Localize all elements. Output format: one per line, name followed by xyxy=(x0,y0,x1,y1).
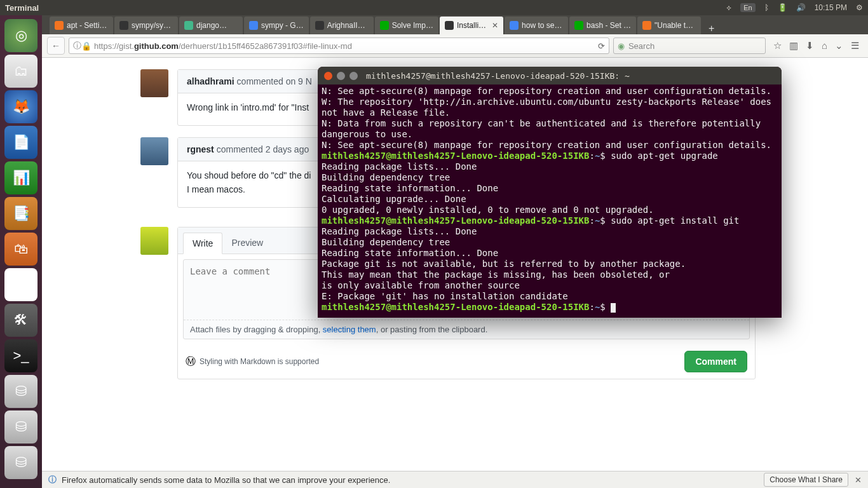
close-icon[interactable]: ✕ xyxy=(855,475,862,485)
library-icon[interactable]: ▥ xyxy=(789,40,798,51)
avatar[interactable] xyxy=(140,227,168,255)
choose-share-button[interactable]: Choose What I Share xyxy=(764,473,848,487)
toolbar-icons: ☆ ▥ ⬇ ⌂ ⌄ ☰ xyxy=(770,40,863,51)
calc-app[interactable]: 📊 xyxy=(4,161,37,194)
bookmark-star-icon[interactable]: ☆ xyxy=(773,40,782,51)
terminal-line: N: Data from such a repository can't be … xyxy=(322,118,778,140)
url-scheme: https://gist. xyxy=(94,41,134,51)
terminal-body[interactable]: N: See apt-secure(8) manpage for reposit… xyxy=(318,85,782,318)
avatar[interactable] xyxy=(140,137,168,165)
menu-icon[interactable]: ☰ xyxy=(851,40,859,51)
url-host: github.com xyxy=(134,41,179,51)
terminal-line: mithlesh4257@mithlesh4257-Lenovo-ideapad… xyxy=(322,215,778,226)
downloads-icon[interactable]: ⬇ xyxy=(806,40,814,51)
gear-icon[interactable]: ⚙ xyxy=(856,3,863,12)
disk2[interactable]: ⛁ xyxy=(4,410,37,444)
browser-tab[interactable]: Solve Imp… xyxy=(375,17,438,34)
tab-label: Installi… xyxy=(457,21,486,30)
window-minimize-icon[interactable] xyxy=(337,72,345,80)
terminal-titlebar[interactable]: mithlesh4257@mithlesh4257-Lenovo-ideapad… xyxy=(318,67,782,85)
comment-meta: commented on 9 N xyxy=(237,76,312,86)
browser-tab[interactable]: django… xyxy=(179,17,243,34)
tab-label: Solve Imp… xyxy=(392,21,433,30)
url-bar[interactable]: ⓘ 🔒 https://gist.github.com/derhuerst/1b… xyxy=(69,37,609,54)
home-icon[interactable]: ⌂ xyxy=(822,40,827,51)
new-tab-button[interactable]: + xyxy=(702,23,721,34)
writer-app[interactable]: 📄 xyxy=(4,126,37,159)
files-app[interactable]: 🗂 xyxy=(4,55,37,88)
terminal-line: N: See apt-secure(8) manpage for reposit… xyxy=(322,140,778,151)
battery-icon[interactable]: 🔋 xyxy=(778,3,787,12)
terminal-line: mithlesh4257@mithlesh4257-Lenovo-ideapad… xyxy=(322,302,778,313)
favicon xyxy=(119,21,128,30)
tab-label: "Unable t… xyxy=(654,21,693,30)
back-button[interactable]: ← xyxy=(47,37,65,55)
browser-tab[interactable]: bash - Set … xyxy=(569,17,636,34)
comment-button[interactable]: Comment xyxy=(684,351,747,372)
favicon xyxy=(249,21,258,30)
tab-label: sympy/sy… xyxy=(132,21,171,30)
tab-close-icon[interactable]: ✕ xyxy=(492,21,498,30)
terminal-line: 0 upgraded, 0 newly installed, 0 to remo… xyxy=(322,205,778,215)
browser-tab[interactable]: ArighnaII… xyxy=(310,17,374,34)
unity-launcher: ◎🗂🦊📄📊📑🛍a🛠>_⛁⛁⛁ xyxy=(0,15,42,488)
compose-footer: Ⓜ Styling with Markdown is supported Com… xyxy=(178,344,755,379)
browser-tab[interactable]: "Unable t… xyxy=(637,17,701,34)
favicon xyxy=(574,21,583,30)
favicon xyxy=(380,21,389,30)
settings-app[interactable]: 🛠 xyxy=(4,304,37,337)
disk1[interactable]: ⛁ xyxy=(4,375,37,408)
terminal-app[interactable]: >_ xyxy=(4,339,37,372)
pocket-icon[interactable]: ⌄ xyxy=(835,40,843,51)
bluetooth-icon[interactable]: ᛒ xyxy=(764,3,769,12)
browser-tab[interactable]: sympy/sy… xyxy=(114,17,178,34)
browser-tab[interactable]: sympy - G… xyxy=(244,17,309,34)
reload-icon[interactable]: ⟳ xyxy=(598,41,605,51)
terminal-line: Reading state information... Done xyxy=(322,248,778,259)
comment-author[interactable]: rgnest xyxy=(187,144,214,154)
window-maximize-icon[interactable] xyxy=(349,72,358,80)
terminal-line: Calculating upgrade... Done xyxy=(322,194,778,205)
favicon xyxy=(445,21,454,30)
firefox-chrome: apt - Setti…sympy/sy…django…sympy - G…Ar… xyxy=(42,15,868,58)
favicon xyxy=(642,21,651,30)
preview-tab[interactable]: Preview xyxy=(222,233,272,254)
terminal-line: Building dependency tree xyxy=(322,172,778,183)
comment-meta: commented 2 days ago xyxy=(217,144,309,154)
clock[interactable]: 10:15 PM xyxy=(815,3,847,12)
terminal-line: This may mean that the package is missin… xyxy=(322,269,778,280)
firefox-app[interactable]: 🦊 xyxy=(4,90,37,123)
keyboard-layout[interactable]: En xyxy=(740,3,755,12)
notification-text: Firefox automatically sends some data to… xyxy=(62,475,390,485)
search-engine-icon: ◉ xyxy=(618,41,625,51)
browser-tab[interactable]: apt - Setti… xyxy=(50,17,113,34)
favicon xyxy=(510,21,519,30)
browser-tab[interactable]: Installi…✕ xyxy=(440,17,503,34)
search-bar[interactable]: ◉ Search xyxy=(613,37,766,54)
tab-label: apt - Setti… xyxy=(67,21,107,30)
firefox-notification-bar: ⓘ Firefox automatically sends some data … xyxy=(42,471,868,488)
dash-icon[interactable]: ◎ xyxy=(4,19,37,52)
favicon xyxy=(55,21,64,30)
disk3[interactable]: ⛁ xyxy=(4,446,37,479)
amazon-app[interactable]: a xyxy=(4,268,37,301)
avatar[interactable] xyxy=(140,69,168,97)
info-icon: ⓘ xyxy=(48,474,57,485)
terminal-window[interactable]: mithlesh4257@mithlesh4257-Lenovo-ideapad… xyxy=(318,67,782,318)
terminal-line: Reading state information... Done xyxy=(322,183,778,194)
wifi-icon[interactable]: ⟡ xyxy=(726,3,731,12)
selecting-them-link[interactable]: selecting them xyxy=(323,325,376,334)
lock-icon: 🔒 xyxy=(81,41,92,51)
volume-icon[interactable]: 🔊 xyxy=(796,3,806,12)
terminal-line: N: See apt-secure(8) manpage for reposit… xyxy=(322,86,778,97)
write-tab[interactable]: Write xyxy=(183,233,222,254)
impress-app[interactable]: 📑 xyxy=(4,197,37,230)
identity-icon[interactable]: ⓘ xyxy=(73,40,81,51)
terminal-line: W: The repository 'http://in.archive.ubu… xyxy=(322,97,778,118)
browser-tab[interactable]: how to se… xyxy=(505,17,568,34)
comment-author[interactable]: alhadhrami xyxy=(187,76,234,86)
window-close-icon[interactable] xyxy=(324,72,332,80)
markdown-hint: Styling with Markdown is supported xyxy=(200,357,319,366)
tab-label: ArighnaII… xyxy=(327,21,365,30)
software-center[interactable]: 🛍 xyxy=(4,233,37,266)
